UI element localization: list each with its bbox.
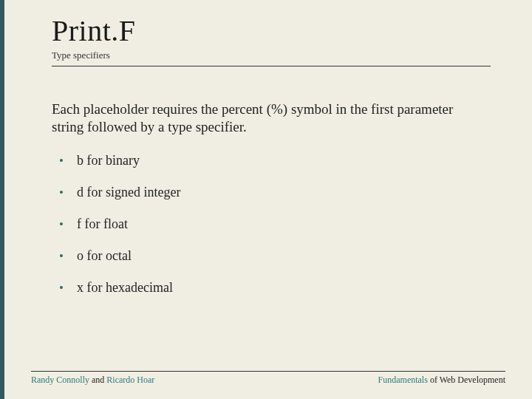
footer: Randy Connolly and Ricardo Hoar Fundamen… bbox=[31, 371, 505, 386]
author-a: Randy Connolly bbox=[31, 375, 89, 385]
list-item: x for hexadecimal bbox=[59, 280, 491, 296]
list-item: b for binary bbox=[59, 153, 491, 168]
list-item: d for signed integer bbox=[59, 185, 491, 200]
list-item: o for octal bbox=[59, 248, 491, 264]
footer-joiner: and bbox=[89, 375, 106, 385]
book-title-a: Fundamentals bbox=[378, 375, 428, 385]
lead-paragraph: Each placeholder requires the percent (%… bbox=[52, 100, 466, 137]
specifier-list: b for binary d for signed integer f for … bbox=[52, 153, 491, 296]
footer-right: Fundamentals of Web Development bbox=[378, 375, 505, 386]
book-title-b: of Web Development bbox=[428, 375, 505, 385]
slide: Print.F Type specifiers Each placeholder… bbox=[0, 0, 532, 399]
page-title: Print.F bbox=[52, 13, 491, 48]
page-subtitle: Type specifiers bbox=[52, 50, 491, 66]
author-b: Ricardo Hoar bbox=[106, 375, 154, 385]
footer-left: Randy Connolly and Ricardo Hoar bbox=[31, 375, 154, 386]
list-item: f for float bbox=[59, 216, 491, 232]
